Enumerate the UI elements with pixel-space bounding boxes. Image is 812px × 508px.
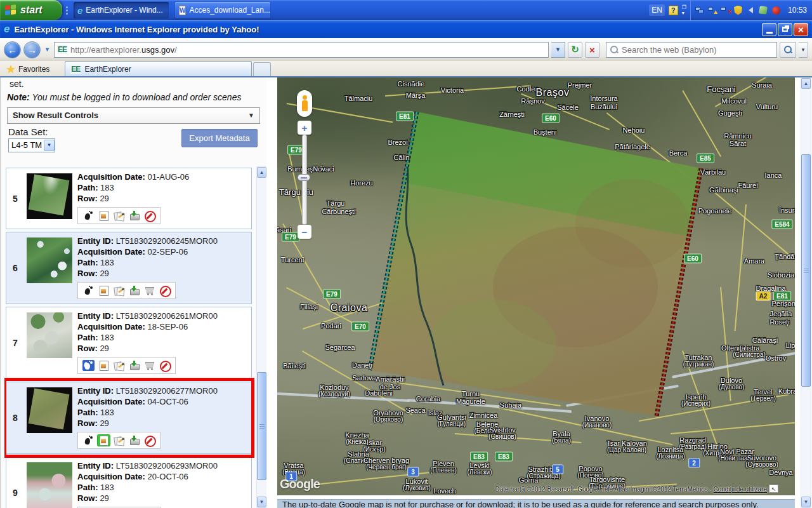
footprint-icon[interactable] <box>82 285 95 296</box>
restore-button[interactable] <box>778 23 792 36</box>
footprint-icon[interactable] <box>82 360 95 371</box>
map-place-label: Novaci <box>313 165 334 173</box>
tab-earthexplorer[interactable]: EE EarthExplorer <box>65 61 252 76</box>
exclude-icon[interactable] <box>159 285 171 296</box>
taskbar-item-earthexplorer[interactable]: e EarthExplorer - Wind... <box>74 2 169 18</box>
scene-row[interactable]: 6Entity ID: LT51830292006245MOR00Acquisi… <box>6 232 252 304</box>
search-go-button[interactable] <box>780 42 796 58</box>
scene-thumbnail[interactable] <box>27 312 72 358</box>
road-badge: E83 <box>495 452 513 462</box>
scene-thumbnail[interactable] <box>27 237 72 283</box>
path-label: Path: <box>77 183 98 192</box>
partial-sentence: set. <box>10 79 266 89</box>
browse-overlay-icon[interactable] <box>98 285 110 296</box>
exclude-icon[interactable] <box>159 360 171 371</box>
scroll-down-arrow[interactable]: ▼ <box>257 497 266 507</box>
scene-row[interactable]: 8Entity ID: LT51830292006277MOR00Acquisi… <box>6 382 252 454</box>
scroll-up-arrow[interactable]: ▲ <box>257 167 266 178</box>
footprint-icon[interactable] <box>82 210 95 221</box>
scene-row[interactable]: 7Entity ID: LT51830292006261MOR00Acquisi… <box>6 307 252 379</box>
compare-icon[interactable] <box>113 435 125 446</box>
order-cart-icon[interactable] <box>143 360 155 371</box>
export-metadata-button[interactable]: Export Metadata <box>181 129 258 147</box>
tray-expand-icon[interactable]: ❐▾ <box>682 4 686 16</box>
pegman-control[interactable] <box>297 90 312 117</box>
ie-icon: e <box>77 5 82 16</box>
start-button[interactable]: start <box>0 0 62 20</box>
volume-icon[interactable] <box>745 5 756 15</box>
entity-id: Entity ID: LT51830292006245MOR00 <box>77 236 247 246</box>
map-canvas[interactable]: CisnădieMârşaVictoriaCodleaBraşovPrejmer… <box>277 77 795 495</box>
terms-of-use-link[interactable]: Condiţii de utilizare <box>714 486 768 493</box>
scene-thumbnail[interactable] <box>27 173 72 219</box>
address-bar[interactable]: EE http://earthexplorer.usgs.gov/ <box>54 42 549 58</box>
path-label: Path: <box>77 408 98 417</box>
search-options-dropdown[interactable]: ▼ <box>799 42 808 58</box>
exclude-icon[interactable] <box>143 435 155 446</box>
taskbar-item-word-doc[interactable]: W Acces_download_Lan... <box>175 2 270 18</box>
compare-icon[interactable] <box>113 210 125 221</box>
close-button[interactable]: × <box>794 23 808 36</box>
map-place-label: Lovech <box>433 487 455 495</box>
download-icon[interactable] <box>128 210 140 221</box>
browse-overlay-icon[interactable] <box>98 435 110 446</box>
entity-id-value: LT51830292006293MOR00 <box>114 461 218 471</box>
scene-row[interactable]: 5Acquisition Date: 01-AUG-06Path: 183Row… <box>6 168 252 229</box>
minimize-button[interactable] <box>762 23 776 36</box>
page-scrollbar[interactable]: ▲ ▼ <box>801 77 811 508</box>
zoom-out-button[interactable]: − <box>298 225 311 239</box>
download-icon[interactable] <box>128 360 140 371</box>
dataset-select[interactable]: L4-5 TM ▼ <box>8 138 55 152</box>
acquisition-date-value: 01-AUG-06 <box>145 172 189 182</box>
zoom-in-button[interactable]: + <box>298 121 311 135</box>
back-button[interactable]: ← <box>4 41 21 58</box>
footprint-icon[interactable] <box>82 435 95 446</box>
new-tab-button[interactable] <box>253 62 271 76</box>
refresh-button[interactable]: ↻ <box>568 42 582 58</box>
map-place-label: Târgu <box>327 199 345 207</box>
scrollbar-thumb[interactable] <box>257 372 266 480</box>
taskbar-clock[interactable]: 10:53 <box>788 6 807 15</box>
scrollbar-thumb[interactable] <box>801 154 811 387</box>
download-icon[interactable] <box>128 285 140 296</box>
security-shield-icon[interactable] <box>733 5 743 15</box>
map-place-label: Brezoi <box>388 138 407 146</box>
recent-pages-dropdown[interactable]: ▼ <box>44 46 50 53</box>
compare-icon[interactable] <box>113 285 125 296</box>
network-error-icon[interactable]: × <box>720 5 731 15</box>
scroll-down-arrow[interactable]: ▼ <box>801 497 811 507</box>
browse-overlay-icon[interactable] <box>98 210 110 221</box>
road-badge: E81 <box>396 112 414 121</box>
network-warning-icon[interactable]: ▲ <box>707 5 718 15</box>
zoom-slider-handle[interactable] <box>298 174 310 181</box>
road-badge: 5 <box>552 465 563 474</box>
browse-overlay-icon[interactable] <box>98 360 110 371</box>
map-place-label: Băileşti <box>283 362 305 370</box>
forward-button[interactable]: → <box>23 41 41 58</box>
map-place-sublabel: (Гулянци) <box>437 420 466 427</box>
update-icon[interactable] <box>758 5 769 15</box>
stop-button[interactable]: × <box>585 42 599 58</box>
scene-thumbnail[interactable] <box>27 462 72 508</box>
scene-row[interactable]: 9Entity ID: LT51830292006293MOR00Acquisi… <box>6 457 252 508</box>
web-search-box[interactable] <box>606 42 777 58</box>
scroll-up-arrow[interactable]: ▲ <box>801 78 811 89</box>
show-result-controls-dropdown[interactable]: Show Result Controls ▼ <box>7 107 260 124</box>
results-scrollbar[interactable]: ▲ ▼ <box>256 166 266 508</box>
help-tray-icon[interactable]: ? <box>669 6 678 15</box>
exclude-icon[interactable] <box>143 210 155 221</box>
scene-thumbnail[interactable] <box>27 387 72 433</box>
address-dropdown-button[interactable]: ▼ <box>551 42 565 58</box>
order-cart-icon[interactable] <box>143 285 155 296</box>
language-indicator[interactable]: EN <box>649 4 665 16</box>
site-favicon: EE <box>57 45 67 54</box>
compare-icon[interactable] <box>113 360 125 371</box>
favorites-button[interactable]: Favorites <box>0 65 56 76</box>
search-input[interactable] <box>622 45 773 55</box>
network-icon[interactable] <box>695 5 705 15</box>
map-zoom-control: + − <box>297 90 312 117</box>
road-badge: 2 <box>688 458 700 468</box>
antivirus-icon[interactable] <box>771 5 782 15</box>
map-corner-button[interactable]: ↖ <box>769 485 778 493</box>
download-icon[interactable] <box>128 435 140 446</box>
